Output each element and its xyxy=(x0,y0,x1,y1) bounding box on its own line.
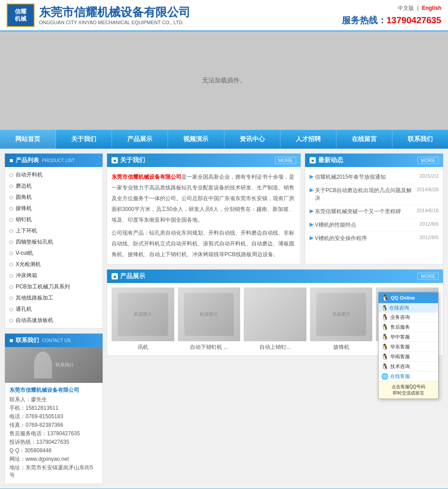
sidebar-products-list: 自动开料机 磨边机 圆角机 披锋机 销钉机 xyxy=(5,167,103,328)
qq-agent-item[interactable]: 🐧 华东客服 xyxy=(379,342,438,352)
qq-agent-item[interactable]: 🐧 技术咨询 xyxy=(379,362,438,372)
contact-complaint-line: 投诉热线：13790427635 xyxy=(9,438,98,446)
list-item[interactable]: 上下环机 xyxy=(5,225,103,236)
about-news-row: ■ 关于我们 MORE 东莞市信耀机械设备有限公司是一家全国高新企业，拥有专利证… xyxy=(107,153,444,265)
logo-area: 信耀机械 东莞市信耀机械设备有限公司 ONGGUAN CITY XINYAO M… xyxy=(7,4,190,27)
item-label: 自动高速放板机 xyxy=(16,317,53,324)
nav-item-home[interactable]: 网站首页 xyxy=(0,130,56,149)
about-more-button[interactable]: MORE xyxy=(275,157,296,164)
news-item[interactable]: ▶ V槽机的性能特点 2012/8/6 xyxy=(310,219,439,232)
item-label: 上下环机 xyxy=(16,227,37,235)
navbar: 网站首页 关于我们 产品展示 视频演示 资讯中心 人才招聘 在线留言 联系我们 xyxy=(0,130,448,149)
nav-item-videos[interactable]: 视频演示 xyxy=(168,130,224,149)
hotline-number: 13790427635 xyxy=(387,15,441,25)
qq-agent-item[interactable]: 🐧 业务咨询 xyxy=(379,313,438,322)
sidebar-contact-header: ■ 联系我们 CONTACT US xyxy=(5,334,103,347)
products-more-button[interactable]: MORE xyxy=(418,273,439,280)
list-item[interactable]: 冲床烤箱 xyxy=(5,270,103,281)
contact-icon: ■ xyxy=(9,337,13,344)
logo-text: 东莞市信耀机械设备有限公司 ONGGUAN CITY XINYAO MECHAN… xyxy=(39,5,190,25)
contact-tel-line: 电话：0769-81505183 xyxy=(9,413,98,420)
contact-address-line: 地址：东莞市长安镇厦岗矛山东街5号 xyxy=(9,464,98,479)
news-date: 2012/8/6 xyxy=(419,235,439,242)
qq-agent-item[interactable]: 🐧 华中客服 xyxy=(379,332,438,342)
news-title: 关于PCB自动磨边机出现的几点问题及解决 xyxy=(315,187,414,202)
item-label: 披锋机 xyxy=(16,205,32,212)
qq-popup-footer[interactable]: 点击客服QQ号码即时交流或留言 xyxy=(379,382,438,399)
company-name-en: ONGGUAN CITY XINYAO MECHANICAL EQUIPMENT… xyxy=(39,20,190,25)
news-arrow-icon: ▶ xyxy=(310,221,314,229)
contact-fax-label: 传真： xyxy=(9,422,26,428)
nav-item-contact[interactable]: 联系我们 xyxy=(392,130,448,149)
bullet-icon xyxy=(9,196,13,199)
product-item[interactable]: 机器图片 讯机 xyxy=(112,287,174,351)
item-label: V-cut机 xyxy=(16,249,33,257)
list-item[interactable]: 四轴垫板钻孔机 xyxy=(5,236,103,248)
nav-item-recruit[interactable]: 人才招聘 xyxy=(280,130,336,149)
product-item[interactable]: 机器图片 自动下销钉机 ... xyxy=(178,287,241,351)
news-item[interactable]: ▶ 关于PCB自动磨边机出现的几点问题及解决 2014/6/26 xyxy=(310,184,439,205)
bullet-icon xyxy=(9,173,13,177)
contact-tel: 0769-81505183 xyxy=(26,413,63,420)
contact-qq-label: Q Q： xyxy=(9,447,25,454)
list-item[interactable]: 自动高速放板机 xyxy=(5,315,103,326)
product-item[interactable]: 🐧 QQ Online 🐧 在线咨询 🐧 业务咨询 🐧 售后服务 xyxy=(244,287,306,351)
contact-aftersales-line: 售后服务电话：13790427635 xyxy=(9,430,98,438)
lang-cn-link[interactable]: 中文版 xyxy=(398,5,414,11)
product-item[interactable]: 机器图片 披锋机 xyxy=(310,287,373,351)
news-item[interactable]: ▶ 信耀机械2015年春节放假通知 2015/2/2 xyxy=(310,171,439,184)
news-panel-header: ■ 最新动态 MORE xyxy=(305,154,443,167)
lang-switch: 中文版 | English xyxy=(342,4,441,12)
banner-placeholder: 无法加载插件。 xyxy=(202,77,246,85)
list-item[interactable]: 披锋机 xyxy=(5,203,103,214)
qq-popup-title: QQ Online xyxy=(391,295,415,300)
bullet-icon xyxy=(9,308,13,311)
about-text-p2: 公司现有产品：钻孔房自动化车间规划、开料自动线、开料磨边自动线、非标自动线、卧式… xyxy=(112,227,296,260)
products-panel-title: ■ 产品展示 xyxy=(112,272,145,280)
list-item[interactable]: 磨边机 xyxy=(5,180,103,192)
qq-agent-item[interactable]: 🌐 在线客服 xyxy=(379,372,438,382)
about-panel-body: 东莞市信耀机械设备有限公司是一家全国高新企业，拥有专利证书十余项，是一家专业致力… xyxy=(107,167,301,264)
contact-info: 东莞市信耀机械设备有限公司 联系人：廖先生 手机：15812813611 电话：… xyxy=(5,383,103,484)
news-item[interactable]: ▶ 东莞信耀机械突破一个又一个里程碑 2014/6/16 xyxy=(310,205,439,219)
nav-item-messages[interactable]: 在线留言 xyxy=(336,130,392,149)
qq-agent-item[interactable]: 🐧 华南客服 xyxy=(379,352,438,362)
sidebar-products-header: ■ 产品列表 PRODUCT LIST xyxy=(5,154,103,167)
contact-mobile: 15812813611 xyxy=(26,405,58,411)
bullet-icon xyxy=(9,184,13,188)
list-item[interactable]: X光检测机 xyxy=(5,259,103,270)
bullet-icon xyxy=(9,296,13,300)
sidebar-contact-section: ■ 联系我们 CONTACT US 联系我们 东莞市信耀机械设备有限公司 联系人… xyxy=(4,333,103,484)
bullet-icon xyxy=(9,319,13,322)
bullet-icon xyxy=(9,218,13,222)
nav-item-news[interactable]: 资讯中心 xyxy=(224,130,280,149)
contact-mobile-label: 手机： xyxy=(9,405,26,411)
contact-aftersales: 13790427635 xyxy=(47,430,80,437)
list-item[interactable]: V-cut机 xyxy=(5,248,103,259)
contact-complaint: 13790427635 xyxy=(36,439,69,445)
list-item[interactable]: 圆角机 xyxy=(5,192,103,203)
qq-agent-item[interactable]: 🐧 售后服务 xyxy=(379,322,438,332)
list-item[interactable]: 通孔机 xyxy=(5,304,103,315)
about-text-p1: 东莞市信耀机械设备有限公司是一家全国高新企业，拥有专利证书十余项，是一家专业致力… xyxy=(112,172,296,225)
bullet-icon xyxy=(9,207,13,210)
news-title: V槽机的安全操作程序 xyxy=(315,235,418,242)
list-item[interactable]: 销钉机 xyxy=(5,214,103,225)
lang-en-link[interactable]: English xyxy=(422,5,441,11)
item-label: 磨边机 xyxy=(16,182,32,190)
nav-item-about[interactable]: 关于我们 xyxy=(56,130,112,149)
product-image: 机器图片 xyxy=(178,287,241,341)
news-arrow-icon: ▶ xyxy=(310,187,314,202)
product-image: 🐧 QQ Online 🐧 在线咨询 🐧 业务咨询 🐧 售后服务 xyxy=(244,287,306,341)
contact-person: 廖先生 xyxy=(31,396,47,403)
list-item[interactable]: 自动开料机 xyxy=(5,169,103,180)
news-arrow-icon: ▶ xyxy=(310,235,314,242)
contact-mobile-line: 手机：15812813611 xyxy=(9,404,98,412)
qq-popup-header: 🐧 QQ Online xyxy=(379,292,438,303)
list-item[interactable]: PCB加工机械刀具系列 xyxy=(5,281,103,292)
news-date: 2015/2/2 xyxy=(419,173,439,181)
news-item[interactable]: ▶ V槽机的安全操作程序 2012/8/6 xyxy=(310,232,439,245)
news-more-button[interactable]: MORE xyxy=(418,157,439,164)
nav-item-products[interactable]: 产品展示 xyxy=(112,130,168,149)
list-item[interactable]: 其他线路板加工 xyxy=(5,292,103,304)
